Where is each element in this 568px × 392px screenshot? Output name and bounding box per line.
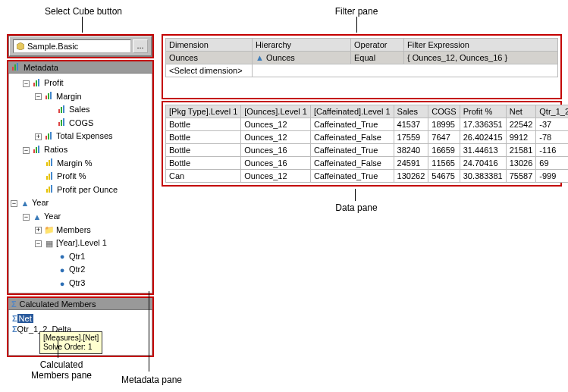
tree-node[interactable]: COGS: [11, 117, 150, 130]
filter-grid[interactable]: Dimension Hierarchy Operator Filter Expr…: [165, 38, 558, 77]
select-dimension[interactable]: <Select dimension>: [166, 64, 253, 77]
data-cell[interactable]: 31.44613: [460, 144, 506, 157]
data-cell[interactable]: 22542: [506, 118, 536, 131]
table-row[interactable]: BottleOunces_12Caffeinated_False17559764…: [166, 131, 569, 144]
filter-header[interactable]: Dimension: [166, 39, 253, 52]
data-cell[interactable]: 69: [536, 157, 568, 170]
data-cell[interactable]: 7647: [428, 131, 460, 144]
data-cell[interactable]: 38240: [394, 144, 428, 157]
data-cell[interactable]: Ounces_16: [241, 144, 311, 157]
data-header[interactable]: Sales: [394, 105, 428, 118]
filter-cell[interactable]: Ounces: [166, 52, 253, 64]
data-header[interactable]: Qtr_1_2_Delta: [536, 105, 568, 118]
data-cell[interactable]: Caffeinated_True: [310, 144, 394, 157]
tree-twisty[interactable]: −: [35, 93, 42, 100]
tree-icon: [57, 105, 67, 116]
data-cell[interactable]: Ounces_12: [241, 170, 311, 183]
tree-node[interactable]: −▲Year: [11, 210, 150, 224]
tree-twisty[interactable]: −: [35, 240, 42, 247]
filter-header[interactable]: Filter Expression: [404, 39, 558, 52]
table-row[interactable]: BottleOunces_16Caffeinated_True382401665…: [166, 144, 569, 157]
tree-label: Year: [44, 212, 61, 221]
filter-header[interactable]: Operator: [351, 39, 404, 52]
tree-node[interactable]: ●Qtr4: [11, 290, 150, 294]
tree-node[interactable]: ●Qtr3: [11, 277, 150, 290]
tree-node[interactable]: Margin %: [11, 157, 150, 171]
data-cell[interactable]: -116: [536, 144, 568, 157]
data-cell[interactable]: 130262: [394, 170, 428, 183]
data-header[interactable]: Profit %: [460, 105, 506, 118]
data-cell[interactable]: Ounces_12: [241, 118, 311, 131]
tree-node[interactable]: Sales: [11, 103, 150, 117]
data-cell[interactable]: Can: [166, 170, 241, 183]
tree-node[interactable]: ●Qtr2: [11, 263, 150, 277]
cube-field[interactable]: Sample.Basic: [13, 39, 131, 53]
tree-twisty[interactable]: +: [35, 227, 42, 234]
svg-rect-20: [36, 147, 37, 153]
tree-node[interactable]: −Profit: [11, 77, 150, 90]
data-cell[interactable]: 54675: [428, 170, 460, 183]
data-cell[interactable]: Bottle: [166, 157, 241, 170]
data-header[interactable]: [Caffeinated].Level 1: [310, 105, 394, 118]
data-cell[interactable]: 17.336351: [460, 118, 506, 131]
data-cell[interactable]: 30.383381: [460, 170, 506, 183]
calc-item[interactable]: ΣNet: [12, 313, 149, 324]
data-cell[interactable]: 21581: [506, 144, 536, 157]
tree-node[interactable]: +Total Expenses: [11, 130, 150, 143]
data-cell[interactable]: Caffeinated_True: [310, 170, 394, 183]
data-cell[interactable]: Ounces_12: [241, 131, 311, 144]
tree-node[interactable]: Profit per Ounce: [11, 183, 150, 197]
tree-node[interactable]: −Margin: [11, 90, 150, 104]
data-header[interactable]: [Pkg Type].Level 1: [166, 105, 241, 118]
data-cell[interactable]: 13026: [506, 157, 536, 170]
data-cell[interactable]: 75587: [506, 170, 536, 183]
data-cell[interactable]: 18995: [428, 118, 460, 131]
svg-rect-28: [46, 189, 48, 193]
metadata-tree[interactable]: −Profit−MarginSalesCOGS+Total Expenses−R…: [9, 74, 152, 293]
filter-cell[interactable]: Equal: [351, 52, 404, 64]
tree-node[interactable]: ●Qtr1: [11, 250, 150, 264]
data-cell[interactable]: 9912: [506, 131, 536, 144]
tree-twisty[interactable]: −: [23, 214, 30, 221]
data-cell[interactable]: Ounces_16: [241, 157, 311, 170]
data-cell[interactable]: Caffeinated_True: [310, 118, 394, 131]
svg-rect-13: [58, 122, 60, 126]
data-cell[interactable]: Caffeinated_False: [310, 157, 394, 170]
data-cell[interactable]: -37: [536, 118, 568, 131]
tree-twisty[interactable]: −: [23, 80, 30, 87]
tree-twisty[interactable]: −: [23, 147, 30, 154]
data-cell[interactable]: 16659: [428, 144, 460, 157]
data-cell[interactable]: 17559: [394, 131, 428, 144]
data-cell[interactable]: 11565: [428, 157, 460, 170]
tree-node[interactable]: +📁Members: [11, 224, 150, 237]
data-cell[interactable]: -78: [536, 131, 568, 144]
tree-twisty[interactable]: −: [11, 200, 17, 207]
data-cell[interactable]: 41537: [394, 118, 428, 131]
data-cell[interactable]: 26.402415: [460, 131, 506, 144]
tree-node[interactable]: Profit %: [11, 170, 150, 183]
data-cell[interactable]: Bottle: [166, 144, 241, 157]
data-header[interactable]: [Ounces].Level 1: [241, 105, 311, 118]
tree-node[interactable]: −▦[Year].Level 1: [11, 237, 150, 250]
data-cell[interactable]: 24.70416: [460, 157, 506, 170]
tree-node[interactable]: −▲Year: [11, 196, 150, 210]
table-row[interactable]: BottleOunces_12Caffeinated_True415371899…: [166, 118, 569, 131]
data-cell[interactable]: Caffeinated_False: [310, 131, 394, 144]
filter-header[interactable]: Hierarchy: [253, 39, 351, 52]
data-cell[interactable]: -999: [536, 170, 568, 183]
svg-rect-23: [49, 160, 50, 166]
filter-cell[interactable]: { Ounces_12, Ounces_16 }: [404, 52, 558, 64]
filter-cell[interactable]: ▲ Ounces: [253, 52, 351, 64]
data-cell[interactable]: 24591: [394, 157, 428, 170]
data-grid[interactable]: [Pkg Type].Level 1[Ounces].Level 1[Caffe…: [165, 105, 568, 183]
tree-node[interactable]: −Ratios: [11, 143, 150, 157]
table-row[interactable]: BottleOunces_16Caffeinated_False24591115…: [166, 157, 569, 170]
table-row[interactable]: CanOunces_12Caffeinated_True130262546753…: [166, 170, 569, 183]
select-cube-button[interactable]: ...: [133, 39, 148, 53]
tree-twisty[interactable]: +: [35, 133, 42, 140]
data-cell[interactable]: Bottle: [166, 118, 241, 131]
svg-rect-14: [61, 120, 62, 126]
data-cell[interactable]: Bottle: [166, 131, 241, 144]
data-header[interactable]: Net: [506, 105, 536, 118]
data-header[interactable]: COGS: [428, 105, 460, 118]
